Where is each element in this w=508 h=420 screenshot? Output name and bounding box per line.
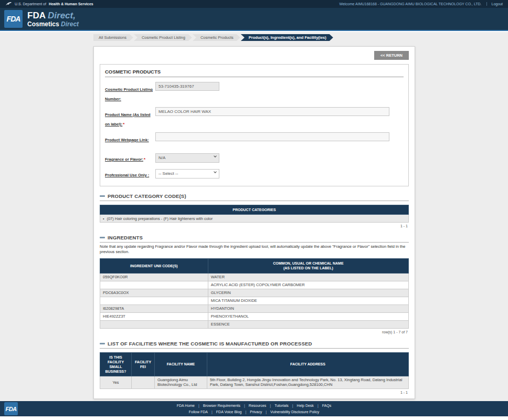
product-name-field[interactable] <box>155 107 389 116</box>
footer-link-tutorials[interactable]: Tutorials <box>266 404 288 407</box>
table-row: PDC6A3C0OXGLYCERIN <box>100 289 409 297</box>
return-button[interactable]: << RETURN <box>374 51 409 60</box>
subtitle-direct: Direct <box>61 20 79 28</box>
logout-link[interactable]: Logout <box>486 2 503 6</box>
footer-link-vulnerability-disclosure[interactable]: Vulnerability Disclosure Policy <box>262 410 319 414</box>
fragrance-row: Fragrance or Flavor:* N/A <box>105 152 404 163</box>
title-direct: Direct, <box>48 10 76 20</box>
unii-code-cell: HIE492ZZ3T <box>100 312 208 320</box>
facilities-pagination: 1 - 1 <box>100 391 409 394</box>
footer-link-resources[interactable]: Resources <box>240 404 266 407</box>
footer-links-row2: Follow FDAFDA Voice BlogPrivacyVulnerabi… <box>0 410 508 414</box>
small-business-cell: Yes <box>100 376 132 388</box>
column-header-facility-fei: FACILITY FEI <box>132 352 155 376</box>
fragrance-label: Fragrance or Flavor: <box>105 157 143 162</box>
column-header-product-categories: PRODUCT CATEGORIES <box>100 205 409 215</box>
main-card: << RETURN COSMETIC PRODUCTS Cosmetic Pro… <box>93 46 415 399</box>
breadcrumb-product-ingredient-facility[interactable]: Product(s), Ingredient(s), and Facility(… <box>241 34 333 41</box>
table-row: I6208298TAHYDANTOIN <box>100 304 409 312</box>
app-header: FDA FDA Direct, Cosmetics Direct <box>0 8 508 31</box>
panel-title: COSMETIC PRODUCTS <box>105 69 404 77</box>
table-row: HIE492ZZ3TPHENOXYETHANOL <box>100 312 409 320</box>
listing-number-label: Cosmetic Product Listing Number: <box>105 87 153 101</box>
column-header-unii-code: INGREDIENT UNII CODE(S) <box>100 259 208 273</box>
fragrance-select[interactable]: N/A <box>155 153 219 163</box>
ingredient-name-cell: MICA TITANIUM DIOXIDE <box>208 297 408 304</box>
ingredient-name-cell: WATER <box>208 273 408 281</box>
toolbar: << RETURN <box>100 51 409 60</box>
app-title: FDA Direct, Cosmetics Direct <box>27 11 79 27</box>
unii-code-cell <box>100 297 208 304</box>
dept-prefix: U.S. Department of <box>15 2 46 6</box>
collapse-dash-icon[interactable] <box>100 343 105 344</box>
table-row: Yes Guangdong Aimu Biotechnology Co., Lt… <box>100 376 409 388</box>
section-title: LIST OF FACILITIES WHERE THE COSMETIC IS… <box>108 341 312 346</box>
utility-bar: U.S. Department of Health & Human Servic… <box>0 0 508 8</box>
welcome-text: Welcome AIMU168168 - GUANGDONG AIMU BIOL… <box>339 2 486 6</box>
footer: FDA FDA HomeBrowser RequirementsResource… <box>0 401 508 416</box>
section-product-categories: PRODUCT CATEGORY CODE(S) <box>100 193 409 201</box>
listing-number-row: Cosmetic Product Listing Number: <box>105 82 404 102</box>
unii-code-cell: 059QF0KO0R <box>100 273 208 281</box>
facility-name-cell: Guangdong Aimu Biotechnology Co., Ltd <box>155 376 207 388</box>
column-header-facility-address: FACILITY ADDRESS <box>207 352 409 376</box>
hhs-eagle-icon <box>5 2 12 7</box>
professional-use-select[interactable]: -- Select -- <box>155 169 219 178</box>
product-name-label: Product Name (As listed on label): <box>105 112 151 127</box>
ingredient-name-cell: ACRYLIC ACID (ESTER) COPOLYMER CARBOMER <box>208 281 408 289</box>
hhs-branding: U.S. Department of Health & Human Servic… <box>5 2 93 7</box>
ingredient-name-cell: GLYCERIN <box>208 289 408 297</box>
footer-link-privacy[interactable]: Privacy <box>241 410 262 414</box>
unii-code-cell <box>100 320 208 328</box>
required-asterisk: * <box>144 157 145 162</box>
facilities-table: IS THIS FACILITY SMALL BUSINESS? FACILIT… <box>100 352 409 389</box>
unii-code-cell: PDC6A3C0OX <box>100 289 208 297</box>
product-categories-table: PRODUCT CATEGORIES (07) Hair coloring pr… <box>100 205 409 223</box>
webpage-link-row: Product Webpage Link: <box>105 132 404 143</box>
table-row: MICA TITANIUM DIOXIDE <box>100 297 409 304</box>
column-header-facility-name: FACILITY NAME <box>155 352 207 376</box>
footer-link-faqs[interactable]: FAQs <box>314 404 331 407</box>
listing-number-field[interactable] <box>155 82 219 91</box>
app-title-line1: FDA Direct, <box>27 11 79 20</box>
breadcrumb: All Submissions Cosmetic Product Listing… <box>93 34 334 41</box>
breadcrumb-cosmetic-products[interactable]: Cosmetic Products <box>193 34 240 41</box>
facility-address-cell: 5th Floor, Building 2, Hongda Jingu Inno… <box>207 376 409 388</box>
professional-use-label: Professional Use Only : <box>105 173 149 177</box>
categories-pagination: 1 - 1 <box>100 224 409 228</box>
collapse-dash-icon[interactable] <box>100 237 105 238</box>
unii-code-cell <box>100 281 208 289</box>
category-cell: (07) Hair coloring preparations - (F) Ha… <box>100 215 409 223</box>
table-row: ESSENCE <box>100 320 409 328</box>
ingredients-table: INGREDIENT UNII CODE(S) COMMON, USUAL OR… <box>100 258 409 328</box>
breadcrumb-cosmetic-product-listing[interactable]: Cosmetic Product Listing <box>134 34 192 41</box>
footer-link-fda-voice-blog[interactable]: FDA Voice Blog <box>208 410 241 414</box>
footer-links-row1: FDA HomeBrowser RequirementsResourcesTut… <box>0 404 508 407</box>
dept-name: Health & Human Services <box>49 2 93 6</box>
webpage-link-label: Product Webpage Link: <box>105 138 149 142</box>
footer-link-follow-fda[interactable]: Follow FDA <box>189 410 208 414</box>
ingredients-note: Note that any update regarding Fragrance… <box>100 244 409 255</box>
session-area: Welcome AIMU168168 - GUANGDONG AIMU BIOL… <box>339 2 503 6</box>
webpage-link-field[interactable] <box>155 132 389 141</box>
ingredients-pagination: row(s) 1 - 7 of 7 <box>100 330 409 334</box>
section-facilities: LIST OF FACILITIES WHERE THE COSMETIC IS… <box>100 341 409 349</box>
breadcrumb-all-submissions[interactable]: All Submissions <box>93 34 133 41</box>
facility-fei-cell <box>132 376 155 388</box>
app-title-line2: Cosmetics Direct <box>27 21 79 27</box>
section-title: INGREDIENTS <box>108 235 143 240</box>
column-header-small-business: IS THIS FACILITY SMALL BUSINESS? <box>100 352 132 376</box>
footer-link-browser-requirements[interactable]: Browser Requirements <box>195 404 240 407</box>
ingredient-name-cell: ESSENCE <box>208 320 408 328</box>
table-row: 059QF0KO0RWATER <box>100 273 409 281</box>
content-region: All Submissions Cosmetic Product Listing… <box>0 32 508 401</box>
collapse-dash-icon[interactable] <box>100 195 105 197</box>
ingredient-name-cell: HYDANTOIN <box>208 304 408 312</box>
cosmetic-products-panel: COSMETIC PRODUCTS Cosmetic Product Listi… <box>100 64 409 186</box>
title-fda: FDA <box>27 10 45 20</box>
column-header-chemical-name: COMMON, USUAL OR CHEMICAL NAME(AS LISTED… <box>208 259 408 273</box>
page: U.S. Department of Health & Human Servic… <box>0 0 508 420</box>
footer-link-fda-home[interactable]: FDA Home <box>177 404 195 407</box>
subtitle-cosmetics: Cosmetics <box>27 20 59 28</box>
footer-link-help-desk[interactable]: Help Desk <box>289 404 314 407</box>
